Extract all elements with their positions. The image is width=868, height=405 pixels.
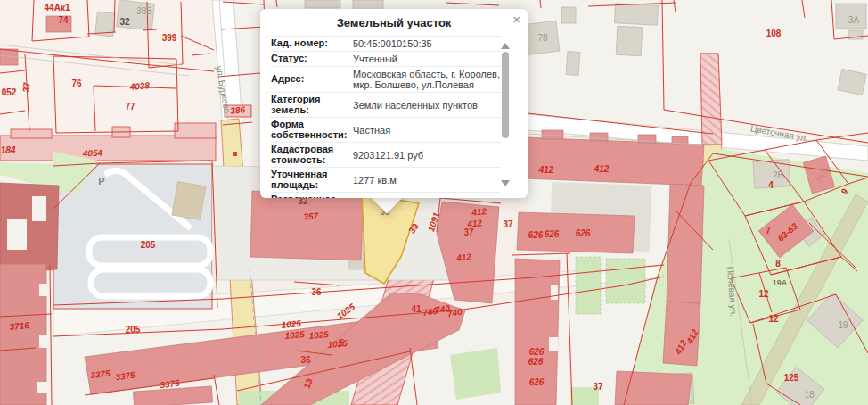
parcel-label: 41 <box>411 304 422 314</box>
parcel-label: 37 <box>463 227 474 237</box>
parcel-label: 412 <box>594 164 610 174</box>
parcel-label: 205 <box>126 325 141 335</box>
field-row-area: Уточненная площадь: 1277 кв.м <box>271 167 501 192</box>
parcel-label: 12 <box>758 289 769 299</box>
parcel-label: 2В <box>773 170 784 180</box>
close-icon[interactable]: × <box>511 11 522 28</box>
parcel-label: 626 <box>545 229 560 239</box>
parcel-label: 357 <box>303 211 319 221</box>
parcel-label: 5 <box>339 338 344 348</box>
field-label: Форма собственности: <box>271 120 349 140</box>
field-label: Разрешенное <box>271 194 349 198</box>
parcel-label: 052 <box>2 87 17 97</box>
field-value: Московская область, г. Королев, мкр. Бол… <box>349 69 501 90</box>
parcel-label: 4054 <box>82 148 103 159</box>
parcel-label: 18 <box>804 390 815 400</box>
parcel-label: 38Б <box>136 6 152 16</box>
scrollbar-thumb[interactable] <box>502 52 509 138</box>
parcel-label: 36 <box>300 355 311 365</box>
parcel-label: 125 <box>784 373 799 383</box>
field-label: Уточненная площадь: <box>271 169 349 190</box>
parcel-label: 36 <box>311 287 322 297</box>
parcel-label: 626 <box>576 228 591 238</box>
parcel-label: 78 <box>537 33 548 43</box>
field-row-category: Категория земель: Земли населенных пункт… <box>271 92 501 117</box>
scroll-down-icon[interactable] <box>501 180 510 186</box>
parcel-label: 4038 <box>128 80 150 92</box>
scroll-up-icon[interactable] <box>501 43 510 49</box>
parcel-label: 205 <box>141 240 156 250</box>
parcel-label: 1025 <box>281 318 302 330</box>
parcel-label: 7 <box>766 226 771 236</box>
cadastral-map-app: 44Ак1743238Б39905237764038773861844054ул… <box>0 0 868 405</box>
field-value: 50:45:0010150:35 <box>349 38 501 49</box>
field-row-address: Адрес: Московская область, г. Королев, м… <box>271 66 501 92</box>
parcel-label: 1025 <box>308 329 330 341</box>
parcel-label: 626 <box>528 230 544 240</box>
parcel-label: 12 <box>768 314 779 324</box>
field-label: Кадастровая стоимость: <box>271 145 349 165</box>
field-row-permitted-use: Разрешенное для малоэтажного жилищного <box>271 192 501 198</box>
parcel-label: 77 <box>125 102 135 112</box>
parcel-info-popup: Земельный участок × Кад. номер: 50:45:00… <box>260 9 528 198</box>
popup-title: Земельный участок <box>260 16 528 29</box>
field-label: Статус: <box>271 54 349 64</box>
field-row-kad-nomer: Кад. номер: 50:45:0010150:35 <box>271 36 501 51</box>
parcel-label: 1025 <box>284 329 306 341</box>
field-label: Адрес: <box>271 74 349 85</box>
parcel-label: 37 <box>503 219 513 229</box>
parcel-label: 399 <box>162 33 177 43</box>
parcel-label: P <box>98 176 104 186</box>
parcel-label: 412 <box>471 206 487 218</box>
field-label: Кад. номер: <box>271 38 349 49</box>
parcel-label: 19А <box>773 278 788 287</box>
field-value: Учтенный <box>349 54 501 64</box>
field-row-cost: Кадастровая стоимость: 9203121.91 руб <box>271 142 501 167</box>
field-value: 9203121.91 руб <box>349 150 501 161</box>
parcel-label: 8 <box>775 259 781 269</box>
parcel-label: 108 <box>766 29 782 38</box>
parcel-label: 3А <box>848 15 860 25</box>
field-value: 1277 кв.м <box>349 175 501 186</box>
parcel-label: 412 <box>538 165 554 175</box>
field-value: Земли населенных пунктов <box>349 100 501 111</box>
field-label: Категория земель: <box>271 95 349 115</box>
parcel-label: 412 <box>455 252 472 263</box>
field-value: Частная <box>349 125 501 136</box>
field-row-status: Статус: Учтенный <box>271 51 501 66</box>
parcel-label: 626 <box>528 357 544 367</box>
parcel-label: 74 <box>58 15 69 25</box>
field-row-ownership: Форма собственности: Частная <box>271 117 501 142</box>
parcel-label: 3716 <box>9 320 30 332</box>
parcel-label: 19 <box>838 320 848 330</box>
parcel-label: 626 <box>529 377 545 387</box>
parcel-label: 626 <box>529 347 545 357</box>
parcel-label: 32 <box>119 17 130 27</box>
parcel-label: 44Ак1 <box>45 3 70 12</box>
parcel-label: 184 <box>1 145 16 155</box>
field-rows: Кад. номер: 50:45:0010150:35 Статус: Учт… <box>271 36 501 198</box>
field-value: для малоэтажного жилищного <box>349 194 501 198</box>
parcel-label: 1025 <box>327 338 348 350</box>
parcel-label: 37 <box>593 382 603 392</box>
parcel-label: 4 <box>768 180 774 190</box>
parcel-label: 76 <box>71 79 82 88</box>
parcel-label: 37 <box>21 81 32 92</box>
